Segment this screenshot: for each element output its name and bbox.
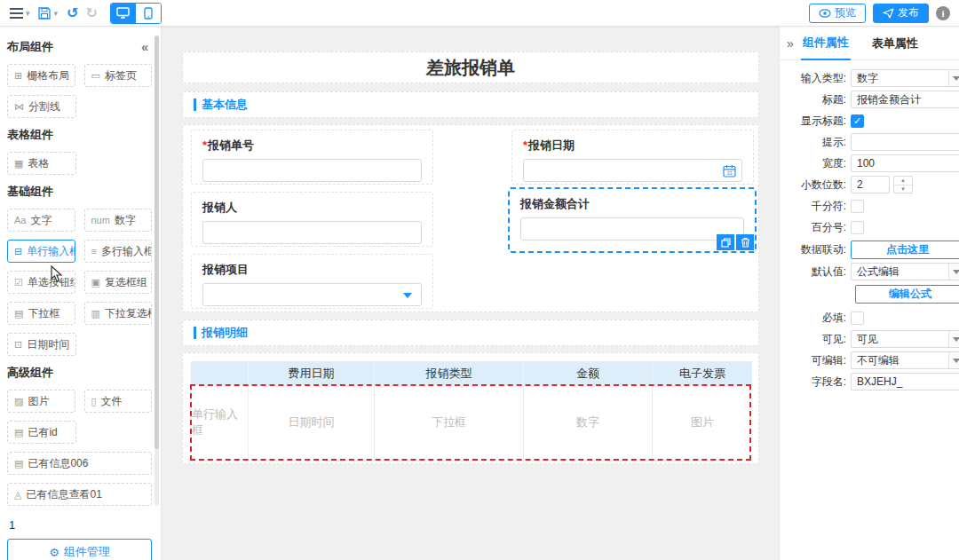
expand-panel-icon[interactable]: »: [787, 36, 792, 51]
input-type-select[interactable]: 数字: [851, 69, 959, 87]
palette-item-table[interactable]: ▦表格: [7, 152, 76, 175]
percent-checkbox[interactable]: [851, 221, 864, 234]
palette-item-multi-select[interactable]: ▥下拉复选框: [84, 302, 153, 325]
title-input-wrap: [851, 91, 959, 108]
table-cell-image[interactable]: 图片: [653, 385, 752, 460]
palette-item-existing-info-view[interactable]: ◬已有信息查看01: [7, 483, 152, 506]
palette-item-select[interactable]: ▤下拉框: [7, 302, 75, 325]
palette-item-grid-layout[interactable]: ⊞栅格布局: [7, 64, 75, 87]
palette-item-datetime[interactable]: ⊡日期时间: [7, 333, 76, 356]
select-icon: ▤: [14, 308, 23, 319]
bill-date-input[interactable]: 31: [523, 159, 742, 182]
title-input[interactable]: [857, 93, 958, 106]
section-basic-components: 基础组件: [7, 184, 152, 200]
required-checkbox[interactable]: [851, 312, 864, 325]
percent-label: 百分号:: [780, 220, 851, 235]
copy-icon: [721, 238, 731, 248]
properties-panel: » 组件属性 表单属性 输入类型: 数字 标题: 显示标题: ✓ 提示:: [779, 27, 959, 560]
palette-item-tab-page[interactable]: ▭标签页: [84, 64, 153, 87]
calendar-icon: 31: [723, 164, 736, 177]
mobile-view-icon[interactable]: [136, 4, 161, 23]
table-body-row-selected[interactable]: 单行输入框 日期时间 下拉框 数字 图片: [191, 385, 750, 460]
thousands-checkbox[interactable]: [851, 200, 864, 213]
palette-item-single-line-input[interactable]: ⊟单行输入框: [7, 240, 75, 263]
existing-view-icon: ◬: [14, 489, 21, 501]
field-person[interactable]: 报销人: [191, 192, 433, 247]
field-bill-date[interactable]: *报销日期 31: [511, 130, 754, 185]
table-cell-input[interactable]: 单行输入框: [191, 385, 249, 460]
section-expense-detail[interactable]: 报销明细: [182, 319, 759, 346]
publish-button[interactable]: 发布: [873, 4, 929, 23]
table-cell-datetime[interactable]: 日期时间: [249, 385, 375, 460]
dropdown-arrow-icon: [948, 331, 959, 347]
hint-label: 提示:: [780, 135, 851, 150]
undo-icon[interactable]: ↺: [67, 3, 78, 24]
bill-no-input[interactable]: [202, 159, 422, 182]
dropdown-caret-icon: [403, 293, 412, 298]
desktop-view-icon[interactable]: [111, 4, 136, 23]
palette-item-radio-group[interactable]: ☑单选按钮组: [7, 271, 75, 294]
form-title: 差旅报销单: [426, 56, 515, 80]
table-header-cell: 报销类型: [375, 361, 524, 385]
collapse-sidebar-icon[interactable]: «: [141, 40, 148, 54]
show-title-checkbox[interactable]: ✓: [851, 114, 864, 128]
redo-icon[interactable]: ↻: [85, 3, 97, 24]
person-input[interactable]: [202, 221, 422, 244]
publish-label: 发布: [898, 5, 919, 20]
stepper-up-icon[interactable]: ▲: [894, 177, 912, 185]
field-name-input-wrap: [851, 373, 959, 390]
save-caret-icon[interactable]: ▾: [54, 9, 59, 18]
editable-select[interactable]: 不可编辑: [851, 351, 959, 369]
palette-item-text[interactable]: Aa文字: [7, 209, 75, 232]
tab-component-props[interactable]: 组件属性: [801, 26, 851, 60]
checkbox-icon: ▣: [91, 277, 100, 288]
edit-formula-button[interactable]: 编辑公式: [855, 285, 959, 304]
decimals-input[interactable]: [857, 178, 884, 191]
hint-input-wrap: [851, 133, 959, 151]
palette-item-image[interactable]: ▨图片: [7, 390, 75, 413]
project-select[interactable]: [202, 283, 422, 306]
amount-total-input[interactable]: [520, 217, 744, 241]
field-bill-no[interactable]: *报销单号: [191, 130, 433, 185]
copy-component-button[interactable]: [717, 234, 734, 250]
save-icon[interactable]: [37, 3, 52, 24]
preview-button[interactable]: 预览: [809, 4, 866, 23]
palette-item-existing-info[interactable]: ▤已有信息006: [7, 452, 152, 475]
palette-item-multi-line-input[interactable]: ≡多行输入框: [84, 240, 153, 263]
datetime-icon: ⊡: [14, 339, 22, 351]
required-label: 必填:: [780, 311, 851, 326]
visible-select[interactable]: 可见: [851, 330, 959, 348]
delete-component-button[interactable]: [736, 234, 754, 250]
menu-caret-icon[interactable]: ▾: [26, 9, 30, 18]
default-value-select[interactable]: 公式编辑: [851, 263, 959, 280]
form-title-component[interactable]: 差旅报销单: [182, 51, 759, 83]
top-toolbar: ▾ ▾ ↺ ↻ 预览 发布 i: [0, 0, 959, 27]
tab-form-props[interactable]: 表单属性: [870, 27, 920, 59]
detail-table-component[interactable]: 费用日期 报销类型 金额 电子发票 单行输入框 日期时间 下拉框 数字 图片: [182, 352, 759, 464]
file-icon: ▯: [91, 396, 97, 407]
hint-input[interactable]: [857, 136, 958, 148]
section-basic-info[interactable]: 基本信息: [182, 91, 759, 118]
table-cell-select[interactable]: 下拉框: [375, 385, 524, 460]
stepper-down-icon[interactable]: ▼: [894, 185, 912, 193]
palette-item-divider[interactable]: ⋈分割线: [7, 95, 76, 118]
field-name-label: 字段名:: [780, 375, 851, 390]
component-manage-button[interactable]: ⚙ 组件管理: [7, 539, 152, 560]
field-amount-total-selected[interactable]: 报销金额合计: [508, 187, 757, 253]
width-input[interactable]: [857, 157, 958, 170]
sidebar-scrollbar[interactable]: [155, 35, 159, 506]
divider-icon: ⋈: [14, 101, 24, 113]
palette-item-checkbox-group[interactable]: ▣复选框组: [84, 271, 153, 294]
info-icon[interactable]: i: [936, 6, 950, 20]
field-project[interactable]: 报销项目: [191, 254, 433, 309]
eye-icon: [819, 9, 831, 18]
data-linkage-button[interactable]: 点击这里: [851, 241, 959, 259]
thousands-label: 千分符:: [780, 199, 851, 214]
textarea-icon: ≡: [91, 246, 97, 256]
table-cell-number[interactable]: 数字: [524, 385, 653, 460]
palette-item-number[interactable]: num数字: [84, 209, 153, 232]
palette-item-existing-id[interactable]: ▤已有id: [7, 421, 76, 444]
field-name-input[interactable]: [857, 375, 958, 388]
palette-item-file[interactable]: ▯文件: [84, 390, 153, 413]
menu-icon[interactable]: [9, 3, 23, 24]
